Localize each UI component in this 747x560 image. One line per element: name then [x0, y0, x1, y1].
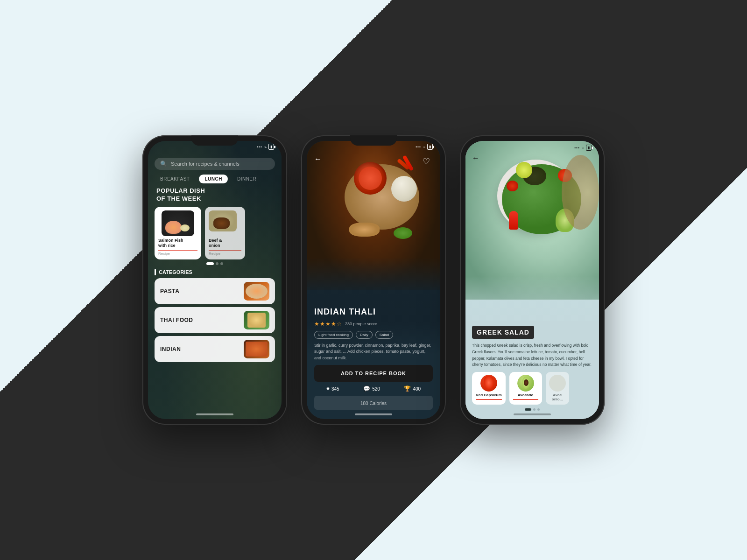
salad-description: This chopped Greek salad is crisp, fresh…: [472, 343, 592, 368]
calories-bar: 180 Calories: [314, 396, 433, 410]
category-pasta[interactable]: PASTA: [155, 278, 275, 304]
battery-icon: ▮: [268, 144, 274, 150]
scroll-dots: [155, 262, 275, 265]
comments-count: 520: [372, 386, 380, 392]
dish-name: INDIAN THALI: [314, 307, 433, 317]
salad-back-button[interactable]: ←: [472, 154, 479, 162]
wifi-icon-3: ⌁: [582, 146, 584, 150]
dot-2: [216, 262, 218, 265]
avocado-name: Avocado: [518, 393, 534, 398]
dot-3: [220, 262, 223, 265]
recipe-card-salmon[interactable]: Salmon Fishwith rice Recipe: [155, 207, 201, 260]
category-thai[interactable]: THAI FOOD: [155, 307, 275, 333]
salad-bg-bowl: [562, 155, 599, 230]
stats-row: ♥ 345 💬 520 🏆 400: [314, 385, 433, 392]
phone-3-notch: [509, 135, 556, 146]
phone-home: ▪▪▪ ⌁ ▮ 🔍 Search for recipes & channels …: [142, 135, 287, 425]
wifi-icon-2: ⌁: [423, 145, 425, 149]
popular-dish-title: POPULAR DISH OF THE WEEK: [155, 187, 275, 203]
ingredient-capsicum: Red Capsicum: [472, 372, 506, 405]
recipe-card-beef-image: [209, 210, 241, 236]
pasta-food-image: [244, 282, 269, 301]
salad-title-box: GREEK SALAD: [472, 326, 534, 339]
ingredient-avocado: Avocado: [509, 372, 542, 405]
awards-count: 400: [413, 386, 421, 392]
capsicum-icon-container: [480, 375, 497, 392]
award-stat-icon: 🏆: [404, 385, 411, 392]
category-indian-image: [244, 340, 269, 358]
phone-notch: [191, 135, 238, 146]
detail-content: INDIAN THALI ★★★★☆ 230 people score Ligh…: [307, 301, 440, 420]
indian-food-image: [244, 340, 269, 358]
ingredient-partial: Avoconio...: [546, 372, 569, 405]
category-thai-image: [244, 311, 269, 329]
home-indicator-3: [514, 413, 551, 415]
categories-section: CATEGORIES PASTA THAI FOOD: [155, 269, 275, 413]
beef-food-image: [209, 210, 237, 231]
likes-count: 345: [331, 386, 339, 392]
tab-lunch[interactable]: LUNCH: [199, 175, 228, 183]
phones-container: ▪▪▪ ⌁ ▮ 🔍 Search for recipes & channels …: [0, 0, 747, 560]
recipe-card-beef[interactable]: Beef &onion Recipe: [205, 207, 245, 260]
bread: [349, 223, 380, 237]
avocado-underline: [513, 399, 538, 400]
salad-lime: [516, 162, 532, 178]
home-indicator: [196, 413, 233, 415]
salad-content: GREEK SALAD This chopped Greek salad is …: [465, 321, 599, 419]
recipe-card-beef-label: Recipe: [209, 250, 241, 256]
category-indian[interactable]: INDIAN: [155, 336, 275, 362]
salad-dot-3: [537, 408, 540, 411]
tag-0: Light food cooking: [314, 331, 353, 339]
partial-ingredient-name: Avoconio...: [552, 393, 563, 402]
recipe-card-beef-name: Beef &onion: [209, 238, 241, 248]
signal-icon: ▪▪▪: [257, 145, 262, 149]
tab-dinner[interactable]: DINNER: [232, 175, 262, 183]
comment-stat-icon: 💬: [363, 385, 370, 392]
salmon-food-image: [162, 210, 194, 236]
salad-title: GREEK SALAD: [477, 329, 529, 336]
herb-garnish: [394, 227, 412, 239]
category-pasta-image: [244, 282, 269, 301]
salad-scroll-dots: [472, 408, 592, 411]
phone-salad: ▪▪▪ ⌁ ▮ ← GREEK SALAD This chopped Greek…: [460, 135, 605, 425]
tag-1: Daily: [356, 331, 373, 339]
recipes-scroll: Salmon Fishwith rice Recipe Beef &onion …: [155, 207, 275, 260]
salad-dot-1: [525, 408, 531, 411]
category-pasta-name: PASTA: [160, 288, 179, 294]
battery-icon-3: ▮: [586, 145, 592, 151]
rice-bowl: [391, 176, 417, 202]
tag-2: Salad: [375, 331, 393, 339]
thali-plate-art: [340, 150, 424, 244]
tab-breakfast[interactable]: BREAKFAST: [155, 175, 195, 183]
salad-dot-2: [533, 408, 536, 411]
rating-count: 230 people score: [345, 322, 377, 326]
capsicum-underline: [476, 399, 502, 400]
star-rating: ★★★★☆: [314, 321, 342, 327]
phone-2-notch: [350, 135, 397, 146]
home-indicator-2: [355, 413, 392, 415]
category-thai-name: THAI FOOD: [160, 317, 193, 323]
favorite-button[interactable]: ♡: [420, 155, 433, 168]
calories-text: 180 Calories: [360, 401, 387, 406]
avocado-icon: [517, 375, 534, 392]
thai-food-image: [244, 311, 269, 329]
phone-1-screen: ▪▪▪ ⌁ ▮ 🔍 Search for recipes & channels …: [148, 141, 282, 419]
add-to-recipe-book-button[interactable]: ADD TO RECIPE BOOK: [314, 365, 433, 382]
dot-1: [206, 262, 214, 265]
capsicum-name: Red Capsicum: [476, 393, 502, 398]
home-content: 🔍 Search for recipes & channels BREAKFAS…: [148, 141, 282, 419]
tags-row: Light food cooking Daily Salad: [314, 331, 433, 339]
curry-bowl: [354, 162, 387, 195]
search-bar[interactable]: 🔍 Search for recipes & channels: [155, 158, 275, 170]
recipe-card-salmon-image: [162, 210, 194, 236]
back-button[interactable]: ←: [314, 155, 322, 163]
stat-likes: ♥ 345: [326, 385, 339, 392]
search-icon: 🔍: [160, 161, 167, 167]
search-placeholder: Search for recipes & channels: [171, 161, 240, 167]
salad-pepper: [509, 211, 518, 230]
signal-icon-3: ▪▪▪: [574, 146, 580, 150]
stars-row: ★★★★☆ 230 people score: [314, 321, 433, 327]
phone-2-screen: ▪▪▪ ⌁ ▮ ← ♡ INDIAN THALI ★★★★☆ 230 peopl…: [307, 141, 440, 419]
wifi-icon: ⌁: [264, 145, 267, 149]
recipe-card-salmon-name: Salmon Fishwith rice: [158, 238, 197, 248]
